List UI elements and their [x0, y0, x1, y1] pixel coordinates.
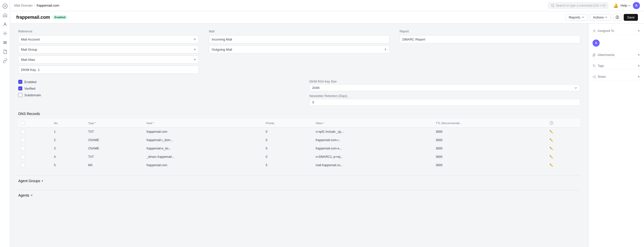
edit-row-icon[interactable]: ✏️ [549, 155, 553, 159]
cell-host: frappemail-e_do... [144, 144, 263, 153]
tags-add-button[interactable]: + [638, 64, 640, 68]
actions-button[interactable]: Actions [590, 14, 611, 21]
share-add-button[interactable]: + [638, 74, 640, 79]
cell-type: MX [86, 161, 144, 169]
row-checkbox[interactable] [21, 146, 25, 150]
row-checkbox[interactable] [21, 163, 25, 167]
table-row: 3 CNAME frappemail-e_do... 0 frappemail-… [18, 144, 580, 153]
cell-host: _dmarc.frappemail... [144, 153, 263, 161]
incoming-mail-field[interactable]: Incoming Mail [209, 35, 389, 43]
subdomain-checkbox[interactable] [18, 93, 22, 97]
agent-groups-label: Agent Groups [18, 179, 40, 183]
verified-checkbox-item[interactable]: ✓ Verified [18, 86, 289, 90]
user-avatar[interactable]: A [633, 2, 640, 9]
sidebar-icon-logo[interactable] [1, 2, 9, 10]
agent-groups-header[interactable]: Agent Groups ▾ [18, 176, 580, 186]
assigned-to-panel-item: Assigned To + [593, 28, 640, 34]
reports-button[interactable]: Reports [565, 14, 588, 21]
main-area: Mail Domain › frappemail.com Search or t… [10, 0, 644, 247]
checkbox-group: ✓ Enabled ✓ Verified Subdomain [18, 80, 289, 97]
cell-value: frappemail-com-r... [313, 136, 433, 144]
cell-priority: 0 [263, 136, 313, 144]
dkim-key-field[interactable]: DKIM Key 1 [18, 66, 199, 74]
col-checkbox [18, 119, 51, 128]
content-area: Reference Mail Account + Mail Group + Ma… [10, 24, 644, 247]
mail-group-field[interactable]: Mail Group + [18, 45, 199, 53]
subdomain-checkbox-item[interactable]: Subdomain [18, 93, 289, 97]
notification-bell-icon[interactable]: 🔔 [613, 3, 618, 8]
sidebar-icon-user[interactable] [1, 20, 9, 28]
cell-priority: 5 [263, 161, 313, 169]
svg-rect-5 [3, 43, 7, 44]
agents-header[interactable]: Agents ▾ [18, 190, 580, 200]
chevron-down-icon [574, 86, 577, 89]
mail-section: Mail Incoming Mail Outgoing Mail + [209, 30, 389, 74]
outgoing-mail-field[interactable]: Outgoing Mail + [209, 45, 389, 53]
cell-priority: 0 [263, 144, 313, 153]
sidebar-icon-settings[interactable] [1, 29, 9, 37]
sidebar-icon-home[interactable] [1, 11, 9, 19]
cell-value: v=DMARC1; p=rej... [313, 153, 433, 161]
dmarc-report-field[interactable]: DMARC Report [400, 35, 580, 43]
edit-row-icon[interactable]: ✏️ [549, 147, 553, 150]
outgoing-mail-add-icon[interactable]: + [384, 47, 387, 52]
table-row: 1 TXT frappemail.com 0 v=spf1 Include:_s… [18, 128, 580, 136]
dkim-rsa-key-size-select[interactable]: 2048 [309, 84, 580, 91]
verified-checkbox[interactable]: ✓ [18, 86, 22, 90]
mail-account-add-icon[interactable]: + [194, 37, 196, 42]
table-row: 5 MX frappemail.com 5 mail.frappemail.co… [18, 161, 580, 169]
cell-ttl: 3600 [433, 136, 547, 144]
cell-host: frappemail.com [144, 128, 263, 136]
edit-row-icon[interactable]: ✏️ [549, 163, 553, 167]
attachments-add-button[interactable]: + [638, 53, 640, 57]
sidebar-icon-link[interactable] [1, 57, 9, 65]
edit-row-icon[interactable]: ✏️ [549, 138, 553, 142]
dmarc-report-label: DMARC Report [402, 37, 425, 41]
agents-label: Agents [18, 193, 29, 197]
topnav: Mail Domain › frappemail.com Search or t… [10, 0, 644, 11]
help-button[interactable]: Help [620, 4, 631, 7]
enabled-badge: Enabled [52, 15, 67, 19]
row-checkbox[interactable] [21, 155, 25, 159]
row-checkbox[interactable] [21, 130, 25, 134]
agents-section: Agents ▾ [18, 190, 580, 200]
assignee-avatar: A [593, 40, 600, 47]
assigned-to-add-button[interactable]: + [638, 29, 640, 33]
user-icon [593, 29, 596, 33]
enabled-checkbox[interactable]: ✓ [18, 80, 22, 84]
mail-alias-field[interactable]: Mail Alias + [18, 55, 199, 64]
mail-account-label: Mail Account [21, 37, 40, 41]
attachments-label: Attachments [598, 53, 615, 57]
edit-row-icon[interactable]: ✏️ [549, 130, 553, 134]
dns-records-title: DNS Records [18, 112, 580, 116]
mail-group-add-icon[interactable]: + [194, 47, 196, 52]
agents-arrow-icon: ▾ [31, 194, 32, 197]
col-value: Value * [313, 119, 433, 128]
cell-priority: 0 [263, 128, 313, 136]
topnav-actions: 🔔 Help A [613, 2, 640, 9]
search-bar[interactable]: Search or type a command (Ctrl + K) [548, 3, 609, 9]
breadcrumb-parent[interactable]: Mail Domain [14, 4, 32, 7]
breadcrumb-separator: › [34, 4, 35, 7]
sidebar-icon-file[interactable] [1, 48, 9, 56]
svg-rect-8 [617, 17, 618, 18]
newsletter-retention-input[interactable]: 3 [309, 99, 580, 106]
col-ttl: TTL (Recommende... [433, 119, 547, 128]
svg-point-11 [594, 65, 594, 66]
page-title: frappemail.com [16, 15, 50, 20]
breadcrumb-current: frappemail.com [37, 4, 59, 7]
row-checkbox[interactable] [21, 138, 25, 142]
dkim-key-value: 1 [38, 68, 40, 72]
save-button[interactable]: Save [624, 14, 638, 21]
cell-type: CNAME [86, 136, 144, 144]
dkim-rsa-key-size-label: DKIM RSA Key Size [309, 80, 580, 83]
assigned-to-label: Assigned To [598, 29, 614, 33]
print-button[interactable] [613, 14, 622, 21]
mail-account-field[interactable]: Mail Account + [18, 35, 199, 43]
sidebar-icon-list[interactable] [1, 39, 9, 47]
enabled-label: Enabled [24, 80, 37, 84]
cell-ttl: 3600 [433, 161, 547, 169]
mail-alias-add-icon[interactable]: + [194, 57, 196, 62]
enabled-checkbox-item[interactable]: ✓ Enabled [18, 80, 289, 84]
mail-alias-label: Mail Alias [21, 58, 35, 62]
